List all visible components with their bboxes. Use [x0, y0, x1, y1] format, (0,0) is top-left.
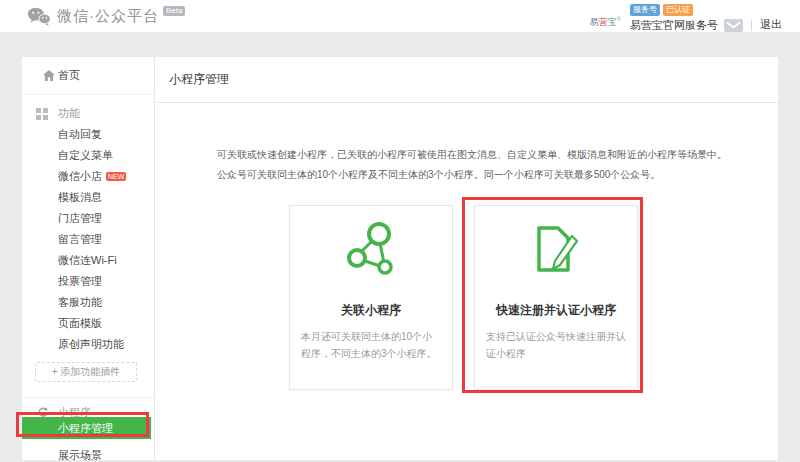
sidebar-item-home[interactable]: 首页 — [22, 57, 155, 95]
sidebar-item-auto-reply[interactable]: 自动回复 — [22, 124, 155, 145]
register-miniprogram-desc: 支持已认证公众号快速注册并认证小程序 — [475, 328, 637, 362]
description-line-1: 可关联或快速创建小程序，已关联的小程序可被使用在图文消息、自定义菜单、模版消息和… — [217, 145, 727, 165]
home-icon — [43, 70, 55, 81]
network-nodes-icon — [342, 220, 400, 278]
register-miniprogram-title: 快速注册并认证小程序 — [496, 302, 616, 319]
sidebar-divider — [22, 397, 155, 398]
sidebar: 首页 功能 自动回复 自定义菜单 微信小店 NEW 模板消息 门店管理 留言管理… — [22, 57, 155, 460]
sidebar-features-label: 功能 — [58, 106, 80, 121]
logout-button[interactable]: 退出 — [760, 17, 782, 32]
action-cards: 关联小程序 本月还可关联同主体的10个小程序，不同主体的3个小程序。 快速注册并… — [289, 205, 638, 390]
beta-badge: Beta — [163, 6, 185, 16]
page-title: 小程序管理 — [169, 71, 229, 88]
sidebar-item-comment-management[interactable]: 留言管理 — [22, 229, 155, 250]
sidebar-home-label: 首页 — [58, 68, 80, 83]
header-separator — [751, 20, 752, 31]
service-account-badge: 服务号 — [630, 4, 660, 16]
account-name: 易营宝官网服务号 — [630, 18, 718, 33]
page-title-bar: 小程序管理 — [155, 57, 778, 103]
main-panel: 小程序管理 可关联或快速创建小程序，已关联的小程序可被使用在图文消息、自定义菜单… — [155, 57, 778, 460]
grid-icon — [35, 108, 49, 120]
sidebar-item-original-statement[interactable]: 原创声明功能 — [22, 334, 155, 355]
link-miniprogram-title: 关联小程序 — [341, 302, 401, 319]
sidebar-item-display-scene[interactable]: 展示场景 — [22, 445, 155, 462]
account-badges: 服务号 已认证 — [630, 4, 693, 16]
account-block: 服务号 已认证 易营宝官网服务号 — [630, 4, 743, 33]
sidebar-item-template-message[interactable]: 模板消息 — [22, 187, 155, 208]
content-container: 首页 功能 自动回复 自定义菜单 微信小店 NEW 模板消息 门店管理 留言管理… — [22, 57, 778, 460]
sidebar-item-customer-service[interactable]: 客服功能 — [22, 292, 155, 313]
header-account-area: 易营宝® 服务号 已认证 易营宝官网服务号 退出 — [590, 4, 782, 33]
link-miniprogram-card[interactable]: 关联小程序 本月还可关联同主体的10个小程序，不同主体的3个小程序。 — [289, 205, 453, 390]
page-description: 可关联或快速创建小程序，已关联的小程序可被使用在图文消息、自定义菜单、模版消息和… — [217, 145, 727, 185]
sidebar-item-page-template[interactable]: 页面模版 — [22, 313, 155, 334]
add-plugin-button[interactable]: + 添加功能插件 — [35, 362, 137, 382]
message-envelope-icon[interactable] — [724, 19, 743, 32]
verified-badge: 已认证 — [663, 4, 693, 16]
platform-title: 微信·公众平台 — [57, 5, 159, 27]
wechat-mp-logo[interactable]: 微信·公众平台 Beta — [27, 5, 185, 27]
sidebar-item-miniprogram-manage-active[interactable]: 小程序管理 — [22, 417, 151, 439]
sidebar-item-custom-menu[interactable]: 自定义菜单 — [22, 145, 155, 166]
sidebar-item-wifi[interactable]: 微信连Wi-Fi — [22, 250, 155, 271]
sidebar-section-features: 功能 — [22, 103, 155, 124]
sidebar-item-wechat-shop[interactable]: 微信小店 NEW — [22, 166, 155, 187]
document-pen-icon — [527, 220, 585, 278]
sidebar-item-vote-management[interactable]: 投票管理 — [22, 271, 155, 292]
description-line-2: 公众号可关联同主体的10个小程序及不同主体的3个小程序。同一个小程序可关联最多5… — [217, 165, 727, 185]
register-miniprogram-card[interactable]: 快速注册并认证小程序 支持已认证公众号快速注册并认证小程序 — [474, 205, 638, 390]
account-name-row[interactable]: 易营宝官网服务号 — [630, 18, 743, 33]
new-badge: NEW — [106, 172, 126, 181]
sidebar-item-store-management[interactable]: 门店管理 — [22, 208, 155, 229]
wechat-bubbles-icon — [27, 6, 51, 27]
brand-logo: 易营宝® — [590, 16, 621, 29]
top-header: 微信·公众平台 Beta 易营宝® 服务号 已认证 易营宝官网服务号 退出 — [0, 0, 800, 33]
link-miniprogram-desc: 本月还可关联同主体的10个小程序，不同主体的3个小程序。 — [290, 328, 452, 362]
